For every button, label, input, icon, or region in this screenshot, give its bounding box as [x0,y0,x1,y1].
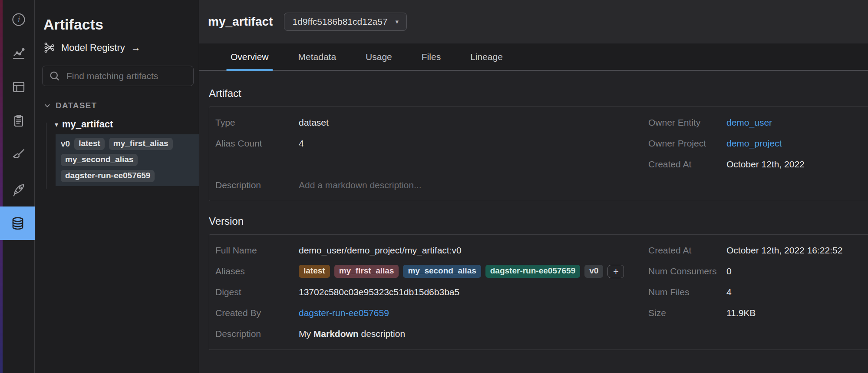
app-root: i Artifacts Model Registry → F [0,0,868,373]
sweeps-icon[interactable] [3,146,35,163]
field-label: Created At [648,245,726,256]
owner-project-link[interactable]: demo_project [726,138,782,148]
tab-bar: Overview Metadata Usage Files Lineage [199,43,868,71]
field-value-num-files: 4 [726,287,868,297]
alias-chip: my_second_alias [61,154,138,166]
info-icon[interactable]: i [3,11,35,28]
alias-chip-row: latest my_first_alias my_second_alias da… [299,265,648,278]
version-label: v0 [61,139,70,149]
search-placeholder: Find matching artifacts [66,71,158,81]
reports-icon[interactable] [3,112,35,130]
description-placeholder[interactable]: Add a markdown description... [299,180,648,190]
tree-indent-line [46,123,46,189]
field-value-num-consumers: 0 [726,266,868,276]
alias-chip-my-first-alias[interactable]: my_first_alias [334,265,399,278]
main-header: my_artifact 1d9ffc5186b81cd12a57 ▾ [199,0,868,43]
field-label: Owner Entity [648,117,726,128]
alias-chip: my_first_alias [109,138,173,150]
tree-group-dataset[interactable]: DATASET [43,101,199,110]
panels-icon[interactable] [3,78,35,96]
field-label: Created At [648,159,726,170]
field-label: Description [215,329,299,339]
artifacts-sidebar: Artifacts Model Registry → Find matching… [35,0,199,373]
tab-lineage[interactable]: Lineage [468,43,505,70]
version-section-title: Version [209,215,868,227]
add-alias-button[interactable]: + [607,265,624,278]
tree-selected-version[interactable]: v0 latest my_first_alias my_second_alias… [56,134,199,186]
tab-usage[interactable]: Usage [363,43,395,70]
description-text: My [299,329,314,339]
model-registry-label: Model Registry [61,42,125,53]
svg-text:i: i [18,15,20,24]
main-panel: my_artifact 1d9ffc5186b81cd12a57 ▾ Overv… [199,0,868,373]
artifact-panel: Type dataset Owner Entity demo_user Alia… [209,107,868,201]
owner-entity-link[interactable]: demo_user [726,117,772,127]
field-value-alias-count: 4 [299,138,648,149]
alias-chip-latest[interactable]: latest [299,265,330,278]
description-text: description [359,329,405,339]
overview-content: Artifact Type dataset Owner Entity demo_… [199,71,868,373]
artifact-title: my_artifact [208,15,273,29]
version-dropdown-value: 1d9ffc5186b81cd12a57 [292,17,387,27]
field-value-size: 11.9KB [726,308,868,318]
field-value-created-at: October 12th, 2022 [726,159,868,170]
sidebar-title: Artifacts [43,14,199,35]
alias-chip: dagster-run-ee057659 [61,170,155,182]
field-value-digest: 13702c580c03e95323c51db15d6b3ba5 [299,287,648,297]
description-text-bold: Markdown [314,329,359,339]
arrow-right-icon: → [131,42,141,53]
version-chip-v0[interactable]: v0 [584,265,603,278]
artifacts-nav-active[interactable] [0,206,35,240]
field-value-version-created-at: October 12th, 2022 16:22:52 [726,245,868,256]
tab-metadata[interactable]: Metadata [296,43,339,70]
field-label: Description [215,180,299,190]
alias-chip-my-second-alias[interactable]: my_second_alias [403,265,481,278]
field-label: Full Name [215,245,299,256]
search-input[interactable]: Find matching artifacts [42,66,194,86]
tab-files[interactable]: Files [419,43,443,70]
field-label: Aliases [215,266,299,276]
version-dropdown[interactable]: 1d9ffc5186b81cd12a57 ▾ [284,13,407,31]
field-label: Num Consumers [648,266,726,276]
nav-rail: i [3,0,35,373]
tree-node-label: my_artifact [62,119,113,130]
created-by-run-link[interactable]: dagster-run-ee057659 [299,308,389,318]
field-label: Size [648,308,726,318]
field-value-full-name: demo_user/demo_project/my_artifact:v0 [299,245,648,256]
tree-group-label: DATASET [56,101,97,110]
field-label: Type [215,117,299,128]
alias-chip: latest [74,138,105,150]
triangle-down-icon: ▾ [55,120,58,129]
field-label: Num Files [648,287,726,297]
version-description[interactable]: My Markdown description [299,329,648,339]
alias-chip-dagster-run[interactable]: dagster-run-ee057659 [485,265,580,278]
launch-icon[interactable] [3,181,35,198]
artifact-section-title: Artifact [209,87,868,100]
field-label: Digest [215,287,299,297]
tab-overview[interactable]: Overview [228,43,271,70]
field-label: Owner Project [648,138,726,149]
model-registry-icon [43,42,55,53]
field-label: Alias Count [215,138,299,149]
field-label: Created By [215,308,299,318]
charts-icon[interactable] [3,44,35,62]
caret-down-icon: ▾ [396,18,399,26]
tree-node-my-artifact[interactable]: ▾ my_artifact [55,119,199,130]
model-registry-link[interactable]: Model Registry → [43,42,199,53]
search-icon [49,70,61,82]
field-value-type: dataset [299,117,648,128]
chevron-down-icon [43,102,51,110]
version-panel: Full Name demo_user/demo_project/my_arti… [209,234,868,350]
